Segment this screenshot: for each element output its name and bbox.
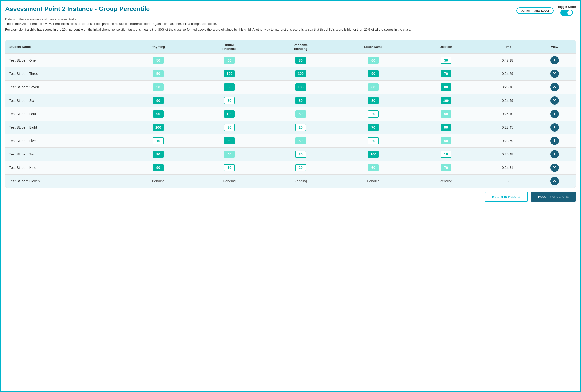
header-rhyming: Rhyming xyxy=(123,40,194,54)
student-name: Test Student One xyxy=(5,54,123,67)
score-badge: 10 xyxy=(153,137,164,144)
view-button[interactable]: 👁 xyxy=(551,164,559,172)
score-badge: 30 xyxy=(295,150,306,158)
score-badge: 50 xyxy=(441,137,451,144)
eye-icon: 👁 xyxy=(553,85,557,89)
student-name: Test Student Nine xyxy=(5,161,123,174)
score-badge: Pending xyxy=(437,178,455,185)
score-cell-rhyming: 100 xyxy=(123,120,194,134)
time-cell: 0 xyxy=(482,174,534,188)
score-badge: Pending xyxy=(365,178,382,185)
score-badge: 100 xyxy=(295,84,306,91)
score-badge: 100 xyxy=(295,70,306,77)
view-cell: 👁 xyxy=(534,80,576,94)
eye-icon: 👁 xyxy=(553,72,557,76)
view-button[interactable]: 👁 xyxy=(551,177,559,185)
score-badge: 50 xyxy=(153,84,164,91)
view-cell: 👁 xyxy=(534,94,576,107)
student-name: Test Student Eight xyxy=(5,120,123,134)
score-badge: 10 xyxy=(441,150,451,158)
view-cell: 👁 xyxy=(534,134,576,148)
header-time: Time xyxy=(482,40,534,54)
score-cell-initial_phoneme: 80 xyxy=(194,134,265,148)
time-cell: 0:24:29 xyxy=(482,67,534,80)
description: This is the Group Percentile view. Perce… xyxy=(5,22,576,26)
view-cell: 👁 xyxy=(534,67,576,80)
eye-icon: 👁 xyxy=(553,112,557,116)
view-cell: 👁 xyxy=(534,148,576,161)
results-table: Student Name Rhyming Initial Phoneme Pho… xyxy=(5,40,576,188)
score-cell-letter_name: 90 xyxy=(336,67,410,80)
view-button[interactable]: 👁 xyxy=(551,110,559,118)
toggle-label: Toggle Score xyxy=(558,5,576,8)
score-badge: 70 xyxy=(441,70,451,77)
view-button[interactable]: 👁 xyxy=(551,70,559,78)
score-cell-deletion: 90 xyxy=(410,120,482,134)
score-cell-rhyming: 10 xyxy=(123,134,194,148)
score-badge: 70 xyxy=(441,164,451,171)
view-button[interactable]: 👁 xyxy=(551,150,559,158)
score-cell-letter_name: 20 xyxy=(336,134,410,148)
header-initial-phoneme: Initial Phoneme xyxy=(194,40,265,54)
score-cell-letter_name: Pending xyxy=(336,174,410,188)
table-row: Test Student Four901005020500:26:10👁 xyxy=(5,107,576,120)
score-cell-initial_phoneme: 100 xyxy=(194,107,265,120)
score-badge: Pending xyxy=(150,178,167,185)
score-badge: 100 xyxy=(224,70,235,77)
score-cell-initial_phoneme: 40 xyxy=(194,148,265,161)
score-badge: 90 xyxy=(153,164,164,171)
score-cell-letter_name: 60 xyxy=(336,161,410,174)
score-badge: 60 xyxy=(368,57,379,64)
score-cell-phoneme_blending: 100 xyxy=(265,67,336,80)
score-cell-deletion: 80 xyxy=(410,80,482,94)
score-badge: 80 xyxy=(224,84,235,91)
view-cell: 👁 xyxy=(534,54,576,67)
score-badge: 20 xyxy=(368,110,379,118)
score-badge: 100 xyxy=(153,124,164,131)
table-row: Test Student Five10805020500:23:59👁 xyxy=(5,134,576,148)
table-row: Test Student Two904030100100:25:48👁 xyxy=(5,148,576,161)
results-table-container: Student Name Rhyming Initial Phoneme Pho… xyxy=(5,40,576,188)
table-row: Test Student Six903080801000:24:59👁 xyxy=(5,94,576,107)
score-badge: 80 xyxy=(224,137,235,144)
header-controls: Junior Infants Level Toggle Score xyxy=(516,5,576,16)
score-badge: 90 xyxy=(153,110,164,118)
score-badge: 20 xyxy=(368,137,379,144)
subtitle: Details of the assessment - students, sc… xyxy=(5,17,576,21)
score-badge: 20 xyxy=(295,164,306,171)
view-button[interactable]: 👁 xyxy=(551,137,559,145)
view-button[interactable]: 👁 xyxy=(551,123,559,132)
score-badge: 90 xyxy=(153,97,164,104)
score-cell-phoneme_blending: 50 xyxy=(265,134,336,148)
header-view: View xyxy=(534,40,576,54)
toggle-score-switch[interactable] xyxy=(560,10,573,16)
view-button[interactable]: 👁 xyxy=(551,96,559,105)
recommendations-button[interactable]: Recommendations xyxy=(531,192,576,202)
score-cell-letter_name: 100 xyxy=(336,148,410,161)
score-cell-deletion: 10 xyxy=(410,148,482,161)
time-cell: 0:47:18 xyxy=(482,54,534,67)
table-row: Test Student ElevenPendingPendingPending… xyxy=(5,174,576,188)
score-cell-letter_name: 80 xyxy=(336,94,410,107)
view-button[interactable]: 👁 xyxy=(551,56,559,64)
example-text: For example, if a child has scored in th… xyxy=(5,27,576,32)
score-badge: 50 xyxy=(441,110,451,118)
score-badge: 20 xyxy=(295,124,306,131)
eye-icon: 👁 xyxy=(553,125,557,130)
score-badge: 60 xyxy=(224,57,235,64)
return-to-results-button[interactable]: Return to Results xyxy=(485,192,528,202)
score-cell-rhyming: 90 xyxy=(123,161,194,174)
score-cell-deletion: Pending xyxy=(410,174,482,188)
score-cell-initial_phoneme: Pending xyxy=(194,174,265,188)
view-button[interactable]: 👁 xyxy=(551,83,559,91)
score-cell-rhyming: 50 xyxy=(123,80,194,94)
score-cell-rhyming: 50 xyxy=(123,67,194,80)
score-cell-letter_name: 20 xyxy=(336,107,410,120)
score-cell-initial_phoneme: 60 xyxy=(194,54,265,67)
header-student-name: Student Name xyxy=(5,40,123,54)
table-row: Test Student Eight100302070900:23:45👁 xyxy=(5,120,576,134)
score-cell-deletion: 100 xyxy=(410,94,482,107)
time-cell: 0:26:10 xyxy=(482,107,534,120)
table-row: Test Student Seven508010060800:23:48👁 xyxy=(5,80,576,94)
score-cell-deletion: 30 xyxy=(410,54,482,67)
